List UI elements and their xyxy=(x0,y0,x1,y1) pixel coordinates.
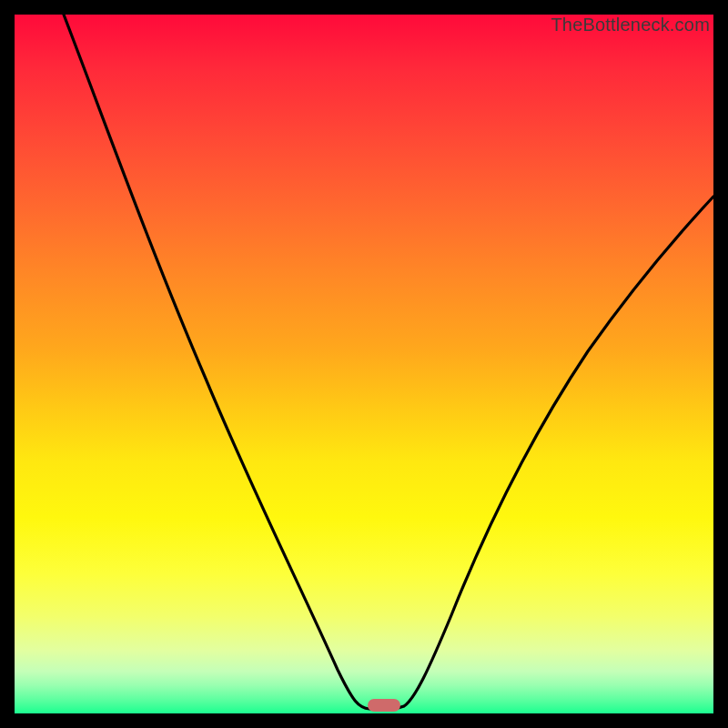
bottleneck-curve xyxy=(15,15,713,713)
plot-area: TheBottleneck.com xyxy=(15,15,713,713)
curve-path xyxy=(64,15,713,710)
attribution-watermark: TheBottleneck.com xyxy=(551,15,710,35)
optimal-marker xyxy=(368,699,400,712)
chart-frame: TheBottleneck.com xyxy=(0,0,728,728)
